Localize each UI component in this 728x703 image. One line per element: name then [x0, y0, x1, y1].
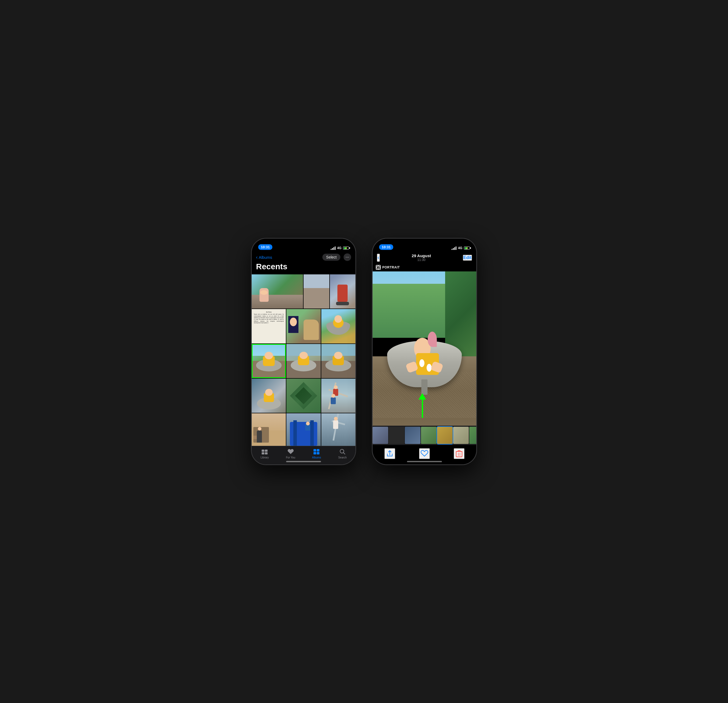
signal-label: 4G [337, 246, 341, 250]
battery-bolt: ⚡ [345, 247, 347, 249]
filmstrip [373, 426, 476, 445]
svg-rect-3 [265, 452, 267, 454]
svg-rect-6 [313, 452, 316, 454]
detail-time: 11:30 [412, 258, 431, 262]
signal-bar-1 [331, 249, 331, 250]
svg-rect-2 [261, 452, 264, 454]
battery-body: ⚡ [343, 246, 349, 250]
grid-cell-bowl-3[interactable] [321, 344, 355, 378]
more-button[interactable]: ··· [344, 253, 351, 261]
portrait-cube-icon [376, 265, 381, 270]
grid-cell-small-bowl[interactable] [252, 379, 286, 413]
left-status-right: 4G ⚡ [331, 246, 349, 250]
grid-cell-cow[interactable] [286, 309, 321, 343]
grid-cell-bowl-2[interactable] [286, 344, 321, 378]
photo-selected [252, 344, 286, 378]
albums-back-button[interactable]: ‹ Albums [256, 255, 272, 260]
grid-cell-book[interactable]: Its Furs Space ails us moderna: we are s… [252, 309, 286, 343]
signal-bar-2 [332, 248, 333, 250]
edit-button[interactable]: Edit [463, 255, 472, 261]
film-thumb-7[interactable] [469, 427, 476, 444]
right-notch [404, 239, 445, 247]
photo-playground-blue [286, 413, 321, 446]
photo-bowl-3 [321, 344, 355, 378]
back-label: Albums [259, 255, 272, 260]
for-you-icon [287, 448, 294, 455]
main-photo-container[interactable] [373, 271, 476, 426]
portrait-badge: PORTRAIT [373, 264, 476, 271]
grid-row-3 [252, 344, 355, 378]
svg-rect-5 [317, 449, 319, 451]
photo-slide-kids [321, 379, 355, 413]
svg-rect-10 [456, 451, 462, 457]
photo-bowl-2 [286, 344, 321, 378]
film-thumb-6[interactable] [453, 427, 469, 444]
tab-library[interactable]: Library [252, 448, 278, 459]
grid-row-1 [252, 274, 355, 308]
phones-container: 10:31 4G ⚡ [251, 238, 477, 465]
share-button[interactable] [384, 448, 395, 459]
favorite-button[interactable] [419, 448, 430, 459]
film-thumb-1[interactable] [373, 427, 388, 444]
header-actions: Select ··· [322, 253, 351, 261]
svg-line-9 [343, 453, 345, 454]
photo-geometric [286, 379, 321, 413]
svg-rect-4 [313, 449, 316, 451]
photo-slide-girl [321, 413, 355, 446]
tab-search-label: Search [338, 456, 347, 459]
delete-button[interactable] [454, 448, 464, 459]
photo-small-bowl [252, 379, 286, 413]
green-arrow [419, 393, 426, 418]
detail-title-group: 29 August 11:30 [412, 253, 431, 262]
photo-outdoor-1 [252, 274, 303, 308]
library-icon [261, 448, 268, 455]
detail-app: ‹ 29 August 11:30 Edit PORTR [373, 239, 476, 464]
back-chevron-icon: ‹ [256, 255, 258, 260]
film-thumb-2[interactable] [389, 427, 404, 444]
grid-cell-slide-yellow[interactable] [321, 309, 355, 343]
recents-title: Recents [256, 262, 351, 271]
grid-cell-slide-girl[interactable] [321, 413, 355, 446]
photo-grid: Its Furs Space ails us moderna: we are s… [252, 274, 355, 446]
tab-albums[interactable]: Albums [303, 448, 329, 459]
grid-cell-geometric[interactable] [286, 379, 321, 413]
signal-bars [331, 246, 335, 250]
photos-app: ‹ Albums Select ··· Recents [252, 239, 355, 464]
grid-cell-3[interactable] [330, 274, 356, 308]
svg-rect-1 [265, 450, 267, 452]
right-phone: 10:31 4G ⚡ [372, 238, 477, 465]
right-time: 10:31 [379, 244, 393, 250]
photo-stroller [330, 274, 356, 308]
grid-cell-playground-blue[interactable] [286, 413, 321, 446]
photo-cow [286, 309, 321, 343]
photos-nav: ‹ Albums Select ··· [256, 253, 351, 261]
grid-row-2: Its Furs Space ails us moderna: we are s… [252, 309, 355, 343]
select-button[interactable]: Select [322, 254, 340, 261]
grid-cell-2[interactable] [303, 274, 329, 308]
r-signal-bar-2 [453, 248, 454, 250]
grid-cell-slide-kids[interactable] [321, 379, 355, 413]
grid-cell-selected[interactable] [252, 344, 286, 378]
right-battery-bolt: ⚡ [465, 247, 468, 249]
film-thumb-3[interactable] [405, 427, 420, 444]
left-time: 10:31 [258, 244, 272, 250]
svg-rect-0 [261, 450, 264, 452]
photo-indoor [252, 413, 286, 446]
tab-search[interactable]: Search [329, 448, 356, 459]
left-home-indicator [286, 461, 321, 462]
battery-icon: ⚡ [343, 246, 349, 250]
battery-tip [349, 247, 350, 249]
photo-slide-yellow [321, 309, 355, 343]
right-signal-label: 4G [458, 246, 462, 250]
grid-cell-1[interactable] [252, 274, 303, 308]
tab-for-you[interactable]: For You [278, 448, 304, 459]
grid-cell-indoor[interactable] [252, 413, 286, 446]
film-thumb-4[interactable] [421, 427, 436, 444]
right-signal-bars [452, 246, 456, 250]
search-icon [339, 448, 346, 455]
film-thumb-5-active[interactable] [437, 427, 453, 444]
albums-icon [313, 448, 320, 455]
detail-back-button[interactable]: ‹ [377, 254, 380, 262]
right-battery-icon: ⚡ [464, 246, 470, 250]
grid-row-4 [252, 379, 355, 413]
